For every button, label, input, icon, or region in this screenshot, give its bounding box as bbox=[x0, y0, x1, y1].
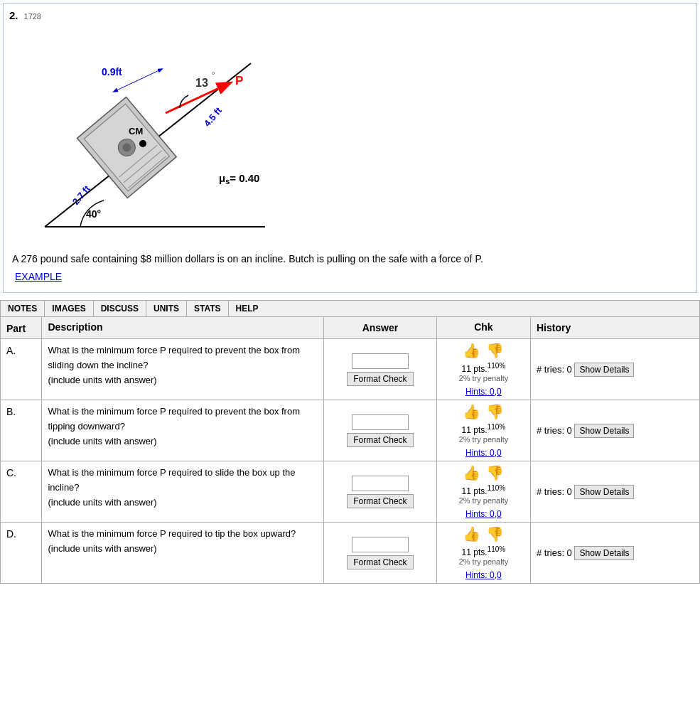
col-header-history: History bbox=[530, 317, 699, 339]
thumbs-down-icon-3[interactable]: 👎 bbox=[486, 525, 504, 542]
col-header-description: Description bbox=[42, 317, 324, 339]
svg-text:40°: 40° bbox=[86, 208, 101, 220]
answer-cell-3: Format Check bbox=[324, 523, 437, 584]
svg-text:μs= 0.40: μs= 0.40 bbox=[219, 172, 259, 186]
history-cell-3: # tries: 0 Show Details bbox=[530, 523, 699, 584]
part-label-A: A. bbox=[1, 339, 42, 400]
table-row: D.What is the minimum force P required t… bbox=[1, 523, 700, 584]
pts-text-0: 11 pts.110% bbox=[440, 362, 527, 374]
thumbs-row-1: 👍👎 bbox=[440, 403, 527, 420]
hints-link-1[interactable]: Hints: 0,0 bbox=[440, 448, 527, 458]
history-cell-0: # tries: 0 Show Details bbox=[530, 339, 699, 400]
answer-input-0[interactable] bbox=[352, 353, 409, 369]
svg-text:0.9ft: 0.9ft bbox=[102, 66, 122, 77]
show-details-button-2[interactable]: Show Details bbox=[574, 485, 634, 499]
thumbs-row-0: 👍👎 bbox=[440, 342, 527, 359]
hints-link-0[interactable]: Hints: 0,0 bbox=[440, 387, 527, 397]
tries-count-3: # tries: 0 bbox=[537, 547, 574, 558]
show-details-button-0[interactable]: Show Details bbox=[574, 363, 634, 377]
tab-images[interactable]: IMAGES bbox=[45, 301, 93, 316]
history-cell-1: # tries: 0 Show Details bbox=[530, 400, 699, 461]
format-check-button-1[interactable]: Format Check bbox=[347, 433, 413, 447]
chk-cell-0: 👍👎11 pts.110%2% try penaltyHints: 0,0 bbox=[436, 339, 530, 400]
hints-link-3[interactable]: Hints: 0,0 bbox=[440, 570, 527, 580]
thumbs-up-icon-2[interactable]: 👍 bbox=[463, 464, 480, 481]
tab-notes[interactable]: NOTES bbox=[1, 301, 45, 316]
format-check-button-0[interactable]: Format Check bbox=[347, 372, 413, 386]
thumbs-down-icon-0[interactable]: 👎 bbox=[486, 342, 504, 359]
description-text-0: What is the minimum force P required to … bbox=[48, 345, 300, 385]
description-text-2: What is the minimum force P required to … bbox=[48, 467, 295, 508]
col-header-chk: Chk bbox=[436, 317, 530, 339]
problem-number: 2. bbox=[9, 9, 18, 21]
description-cell-1: What is the minimum force P required to … bbox=[42, 400, 324, 461]
penalty-text-3: 2% try penalty bbox=[440, 557, 527, 566]
answer-input-3[interactable] bbox=[352, 537, 409, 552]
penalty-text-2: 2% try penalty bbox=[440, 496, 527, 505]
problem-description: A 276 pound safe containing $8 million d… bbox=[12, 252, 688, 267]
format-check-button-3[interactable]: Format Check bbox=[347, 555, 413, 569]
thumbs-up-icon-0[interactable]: 👍 bbox=[463, 342, 480, 359]
part-label-D: D. bbox=[1, 523, 42, 584]
svg-text:°: ° bbox=[212, 70, 215, 79]
tab-discuss[interactable]: DISCUSS bbox=[94, 301, 146, 316]
part-label-B: B. bbox=[1, 400, 42, 461]
table-row: B.What is the minimum force P required t… bbox=[1, 400, 700, 461]
svg-point-9 bbox=[139, 140, 146, 147]
diagram-area: CM 13 ° bbox=[9, 24, 691, 245]
show-details-button-1[interactable]: Show Details bbox=[574, 424, 634, 438]
table-row: A.What is the minimum force P required t… bbox=[1, 339, 700, 400]
answer-input-1[interactable] bbox=[352, 414, 409, 430]
description-cell-2: What is the minimum force P required to … bbox=[42, 461, 324, 523]
tab-stats[interactable]: STATS bbox=[187, 301, 229, 316]
pts-text-2: 11 pts.110% bbox=[440, 484, 527, 496]
chk-cell-2: 👍👎11 pts.110%2% try penaltyHints: 0,0 bbox=[436, 461, 530, 523]
tabs-bar: NOTES IMAGES DISCUSS UNITS STATS HELP bbox=[0, 300, 700, 316]
tab-units[interactable]: UNITS bbox=[146, 301, 187, 316]
svg-text:P: P bbox=[235, 74, 243, 87]
thumbs-up-icon-3[interactable]: 👍 bbox=[463, 525, 480, 542]
thumbs-up-icon-1[interactable]: 👍 bbox=[463, 403, 480, 420]
description-cell-3: What is the minimum force P required to … bbox=[42, 523, 324, 584]
table-row: C.What is the minimum force P required t… bbox=[1, 461, 700, 523]
description-cell-0: What is the minimum force P required to … bbox=[42, 339, 324, 400]
tries-count-2: # tries: 0 bbox=[537, 486, 574, 497]
thumbs-down-icon-2[interactable]: 👎 bbox=[486, 464, 504, 481]
pts-text-1: 11 pts.110% bbox=[440, 423, 527, 435]
svg-text:13: 13 bbox=[195, 77, 208, 89]
penalty-text-0: 2% try penalty bbox=[440, 374, 527, 382]
history-cell-2: # tries: 0 Show Details bbox=[530, 461, 699, 523]
description-text-3: What is the minimum force P required to … bbox=[48, 528, 296, 554]
problem-table: Part Description Answer Chk History A.Wh… bbox=[0, 316, 700, 584]
tries-count-1: # tries: 0 bbox=[537, 425, 574, 436]
show-details-button-3[interactable]: Show Details bbox=[574, 546, 634, 560]
chk-cell-1: 👍👎11 pts.110%2% try penaltyHints: 0,0 bbox=[436, 400, 530, 461]
problem-container: 2. 1728 bbox=[3, 3, 697, 293]
description-text-1: What is the minimum force P required to … bbox=[48, 406, 300, 446]
hints-link-2[interactable]: Hints: 0,0 bbox=[440, 509, 527, 519]
penalty-text-1: 2% try penalty bbox=[440, 435, 527, 444]
col-header-answer: Answer bbox=[324, 317, 437, 339]
diagram-svg: CM 13 ° bbox=[9, 24, 315, 245]
problem-id: 1728 bbox=[24, 12, 41, 21]
svg-text:2.7 ft: 2.7 ft bbox=[70, 183, 92, 207]
pts-text-3: 11 pts.110% bbox=[440, 545, 527, 557]
answer-cell-0: Format Check bbox=[324, 339, 437, 400]
answer-input-2[interactable] bbox=[352, 476, 409, 491]
col-header-part: Part bbox=[1, 317, 42, 339]
svg-text:CM: CM bbox=[129, 126, 143, 136]
answer-cell-1: Format Check bbox=[324, 400, 437, 461]
example-link[interactable]: EXAMPLE bbox=[15, 271, 62, 282]
thumbs-row-3: 👍👎 bbox=[440, 525, 527, 542]
svg-text:4.5 ft: 4.5 ft bbox=[202, 105, 224, 129]
thumbs-row-2: 👍👎 bbox=[440, 464, 527, 481]
chk-cell-3: 👍👎11 pts.110%2% try penaltyHints: 0,0 bbox=[436, 523, 530, 584]
tries-count-0: # tries: 0 bbox=[537, 364, 574, 375]
thumbs-down-icon-1[interactable]: 👎 bbox=[486, 403, 504, 420]
format-check-button-2[interactable]: Format Check bbox=[347, 494, 413, 508]
tab-help[interactable]: HELP bbox=[229, 301, 266, 316]
answer-cell-2: Format Check bbox=[324, 461, 437, 523]
part-label-C: C. bbox=[1, 461, 42, 523]
